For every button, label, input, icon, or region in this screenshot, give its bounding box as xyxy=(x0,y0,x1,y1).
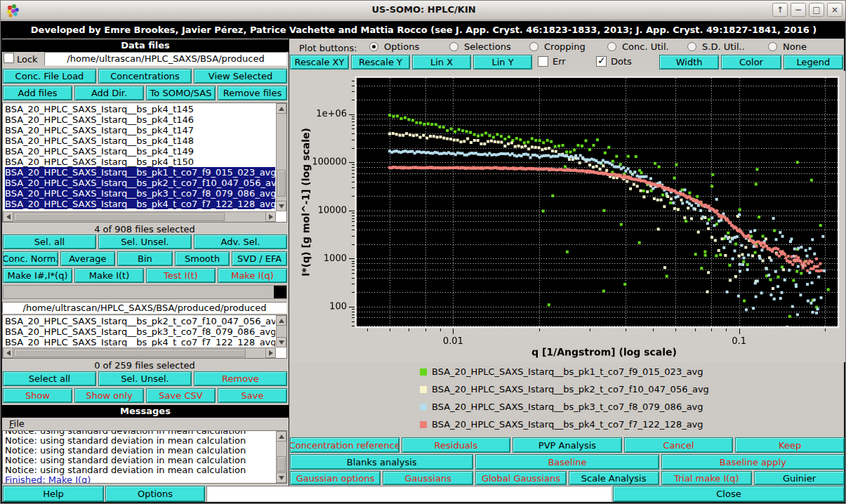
scroll-up-button[interactable] xyxy=(276,103,286,114)
vertical-scrollbar[interactable] xyxy=(276,315,286,347)
close-button[interactable]: Close xyxy=(613,486,845,502)
action-button[interactable]: PVP Analysis xyxy=(513,437,622,453)
radio-icon[interactable] xyxy=(687,42,696,51)
toolbar-button[interactable]: Conc. Norm. xyxy=(3,251,58,266)
saxs-plot[interactable] xyxy=(290,71,846,362)
toolbar-button[interactable]: Sel. all xyxy=(3,234,96,249)
toolbar-button[interactable]: Average xyxy=(60,251,116,266)
scroll-up-button[interactable] xyxy=(276,431,286,442)
window-control-button[interactable]: − xyxy=(791,3,806,17)
toolbar-button[interactable]: Bin xyxy=(117,251,173,266)
help-button[interactable]: Help xyxy=(3,486,104,502)
plot-scale-button[interactable]: Rescale Y xyxy=(351,55,410,69)
radio-icon[interactable] xyxy=(607,42,616,51)
radio-icon[interactable] xyxy=(369,42,378,51)
plot-style-button[interactable]: Width xyxy=(659,55,719,69)
toolbar-button[interactable]: Sel. Unsel. xyxy=(98,371,192,386)
radio-icon[interactable] xyxy=(449,42,458,51)
plot-style-button[interactable]: Legend xyxy=(784,55,843,69)
action-button[interactable]: Gaussians xyxy=(383,471,473,485)
toolbar-button[interactable]: Make I#,I*(q) xyxy=(3,268,72,283)
file-list-item[interactable]: BSA_20_HPLC_SAXS_Istarq__bs_pk2_t_co7_f1… xyxy=(5,316,275,326)
action-button[interactable]: Trial make I(q) xyxy=(661,471,752,485)
scrollbar-thumb[interactable] xyxy=(14,213,225,221)
dots-checkbox[interactable] xyxy=(596,56,607,67)
toolbar-button[interactable]: Select all xyxy=(3,371,96,386)
status-input-field[interactable] xyxy=(206,486,612,502)
scroll-down-button[interactable] xyxy=(276,337,286,347)
file-list-item[interactable]: BSA_20_HPLC_SAXS_Istarq__bs_pk3_t_co7_f8… xyxy=(5,188,275,199)
toolbar-button[interactable]: Test I(t) xyxy=(146,268,216,283)
scroll-down-button[interactable] xyxy=(276,201,286,211)
plot-mode-radio[interactable]: Conc. Util. xyxy=(607,41,669,52)
file-list-item[interactable]: BSA_20_HPLC_SAXS_Istarq__bs_pk1_t_co7_f9… xyxy=(5,167,275,178)
plot-mode-radio[interactable]: Options xyxy=(369,41,419,52)
radio-icon[interactable] xyxy=(768,42,777,51)
plot-scale-button[interactable]: Rescale XY xyxy=(290,55,349,69)
file-list-item[interactable]: BSA_20_HPLC_SAXS_Istarq__bs_pk4_t147 xyxy=(5,125,275,135)
lock-checkbox-box[interactable] xyxy=(4,53,14,63)
toolbar-button[interactable]: Concentrations xyxy=(98,69,192,84)
horizontal-scrollbar[interactable] xyxy=(3,347,276,358)
dots-checkbox-group[interactable]: Dots xyxy=(596,56,632,67)
data-path-field[interactable]: /home/ultrascan/HPLC_SAXS/BSA/produced xyxy=(44,52,287,66)
file-list-item[interactable]: BSA_20_HPLC_SAXS_Istarq__bs_pk2_t_co7_f1… xyxy=(5,178,275,188)
window-control-button[interactable]: □ xyxy=(809,3,824,17)
action-button[interactable]: Cancel xyxy=(624,437,734,453)
file-list-item[interactable]: BSA_20_HPLC_SAXS_Istarq__bs_pk4_t149 xyxy=(5,146,275,157)
plot-mode-radio[interactable]: Selections xyxy=(449,41,511,52)
toolbar-button[interactable]: Show only xyxy=(74,388,144,403)
action-button[interactable]: Blanks analysis xyxy=(290,454,473,470)
toolbar-button[interactable]: Remove xyxy=(194,371,287,386)
options-button[interactable]: Options xyxy=(105,486,205,502)
action-button[interactable]: Global Gaussians xyxy=(475,471,566,485)
file-list-item[interactable]: BSA_20_HPLC_SAXS_Istarq__bs_pk4_t145 xyxy=(5,104,275,114)
toolbar-button[interactable]: Add Dir. xyxy=(74,86,144,100)
lock-checkbox[interactable] xyxy=(4,53,14,66)
action-button[interactable]: Guinier xyxy=(754,471,845,485)
scrollbar-thumb[interactable] xyxy=(277,170,286,197)
action-button[interactable]: Baseline xyxy=(475,454,659,470)
toolbar-button[interactable]: Adv. Sel. xyxy=(194,234,287,249)
plot-mode-radio[interactable]: Cropping xyxy=(529,41,586,52)
file-menu[interactable]: File xyxy=(9,418,25,429)
radio-icon[interactable] xyxy=(529,42,538,51)
messages-list[interactable]: Notice: using standard deviation in mean… xyxy=(2,430,287,484)
toolbar-button[interactable]: View Selected xyxy=(194,69,287,84)
vertical-scrollbar[interactable] xyxy=(276,431,286,483)
file-list-item[interactable]: BSA_20_HPLC_SAXS_Istarq__bs_pk4_t148 xyxy=(5,135,275,146)
title-bar[interactable]: US-SOMO: HPLC/KIN ↑−□× xyxy=(1,1,846,20)
toolbar-button[interactable]: Show xyxy=(3,388,72,403)
toolbar-button[interactable]: To SOMO/SAS xyxy=(146,86,216,100)
scroll-right-button[interactable] xyxy=(265,347,276,358)
window-control-button[interactable]: ↑ xyxy=(772,3,788,17)
scroll-up-button[interactable] xyxy=(276,315,286,326)
plot-scale-button[interactable]: Lin Y xyxy=(473,55,532,69)
plot-scale-button[interactable]: Lin X xyxy=(412,55,471,69)
produced-files-list[interactable]: BSA_20_HPLC_SAXS_Istarq__bs_pk2_t_co7_f1… xyxy=(2,314,287,359)
scroll-down-button[interactable] xyxy=(276,472,286,483)
toolbar-button[interactable]: Add files xyxy=(3,86,72,100)
action-button[interactable]: Baseline apply xyxy=(661,454,845,470)
err-checkbox[interactable] xyxy=(538,56,548,67)
scrollbar-thumb[interactable] xyxy=(14,349,246,357)
window-control-button[interactable]: × xyxy=(827,3,842,17)
scrollbar-thumb[interactable] xyxy=(277,456,286,472)
toolbar-button[interactable]: Save xyxy=(218,388,287,403)
toolbar-button[interactable]: Sel. Unsel. xyxy=(98,234,192,249)
vertical-scrollbar[interactable] xyxy=(276,103,286,211)
file-list-item[interactable]: BSA_20_HPLC_SAXS_Istarq__bs_pk4_t150 xyxy=(5,157,275,167)
action-button[interactable]: Concentration reference xyxy=(290,437,399,453)
action-button[interactable]: Keep xyxy=(735,437,845,453)
toolbar-button[interactable]: Make I(t) xyxy=(74,268,144,283)
plot-mode-radio[interactable]: S.D. Util.. xyxy=(687,41,745,52)
horizontal-scrollbar[interactable] xyxy=(3,211,276,222)
file-list-item[interactable]: BSA_20_HPLC_SAXS_Istarq__bs_pk4_t_co7_f7… xyxy=(5,199,275,209)
scroll-left-button[interactable] xyxy=(3,347,13,358)
file-list-item[interactable]: BSA_20_HPLC_SAXS_Istarq__bs_pk3_t_co7_f8… xyxy=(5,326,275,337)
action-button[interactable]: Gaussian options xyxy=(290,471,381,485)
file-list-item[interactable]: BSA_20_HPLC_SAXS_Istarq__bs_pk4_t146 xyxy=(5,114,275,125)
err-checkbox-group[interactable]: Err xyxy=(538,56,566,67)
toolbar-button[interactable]: Remove files xyxy=(218,86,287,100)
action-button[interactable]: Scale Analysis xyxy=(569,471,659,485)
